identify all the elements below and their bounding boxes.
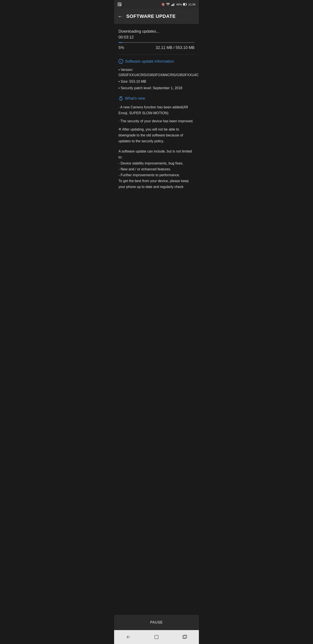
svg-text:★: ★ <box>120 98 122 100</box>
progress-bar-container <box>118 42 195 43</box>
svg-line-13 <box>120 97 120 98</box>
info-circle-icon: i <box>118 59 123 64</box>
svg-rect-8 <box>174 3 175 6</box>
time-display: 11:34 <box>188 3 195 6</box>
progress-bar-background <box>118 42 195 43</box>
update-info-section-title: i Software update information <box>118 59 195 64</box>
progress-stats: 5% 32.11 MB / 553.10 MB <box>118 46 195 50</box>
download-status: Downloading updates... 00:03:12 5% 32.11… <box>118 29 195 50</box>
battery-percent: 46% <box>176 3 182 6</box>
svg-rect-6 <box>172 4 173 6</box>
svg-rect-16 <box>155 635 158 639</box>
medal-icon: ★ <box>118 96 123 101</box>
nav-back-button[interactable] <box>120 633 136 642</box>
timer-text: 00:03:12 <box>118 35 195 40</box>
downloading-text: Downloading updates... <box>118 29 195 34</box>
signal-icon <box>171 3 175 6</box>
status-bar-right: 🔇 46% 11:34 <box>161 2 195 6</box>
whats-new-item-1: · A new Camera function has been added(A… <box>118 104 195 116</box>
svg-rect-0 <box>118 3 121 6</box>
svg-text:🔇: 🔇 <box>161 2 165 6</box>
whats-new-title-row: ★ What's new <box>118 96 195 101</box>
whats-new-content: · A new Camera function has been added(A… <box>118 104 195 144</box>
battery-icon <box>183 3 187 6</box>
svg-line-14 <box>121 97 122 98</box>
update-info-details: • Version: G950FXXU4CRI5/G950FOXM4CRI5/G… <box>118 67 195 91</box>
whats-new-title: What's new <box>125 96 145 101</box>
app-bar: ← SOFTWARE UPDATE <box>114 9 199 24</box>
notification-icon <box>118 2 121 6</box>
progress-bar-fill <box>118 42 122 43</box>
progress-size-label: 32.11 MB / 553.10 MB <box>156 46 195 50</box>
nav-back-icon <box>126 634 131 640</box>
progress-percent-label: 5% <box>118 46 124 50</box>
svg-rect-7 <box>173 4 174 6</box>
update-version: • Version: G950FXXU4CRI5/G950FOXM4CRI5/G… <box>118 67 195 78</box>
svg-rect-10 <box>187 4 187 5</box>
main-content: Downloading updates... 00:03:12 5% 32.11… <box>114 24 199 615</box>
whats-new-section: ★ What's new · A new Camera function has… <box>118 96 195 190</box>
svg-rect-5 <box>171 5 172 6</box>
status-bar: 🔇 46% 11:34 <box>114 0 199 9</box>
update-info-title: Software update information <box>125 59 174 64</box>
back-button[interactable]: ← <box>118 13 123 19</box>
whats-new-item-3: ※ After updating, you will not be able t… <box>118 126 195 144</box>
svg-rect-11 <box>183 4 185 5</box>
nav-recent-button[interactable] <box>177 633 193 642</box>
wifi-icon <box>166 3 170 6</box>
additional-info: A software update can include, but is no… <box>118 148 195 190</box>
status-bar-left <box>118 2 121 6</box>
mute-icon: 🔇 <box>161 2 165 6</box>
security-patch: • Security patch level: September 1, 201… <box>118 86 195 91</box>
nav-home-icon <box>154 634 159 640</box>
nav-home-button[interactable] <box>149 633 164 642</box>
pause-button-container: PAUSE <box>114 615 199 630</box>
pause-button[interactable]: PAUSE <box>118 618 195 626</box>
nav-recent-icon <box>182 634 187 640</box>
update-size: • Size: 553.10 MB <box>118 79 195 84</box>
page-title: SOFTWARE UPDATE <box>126 14 176 19</box>
whats-new-item-2: · The security of your device has been i… <box>118 118 195 124</box>
nav-bar <box>114 630 199 644</box>
